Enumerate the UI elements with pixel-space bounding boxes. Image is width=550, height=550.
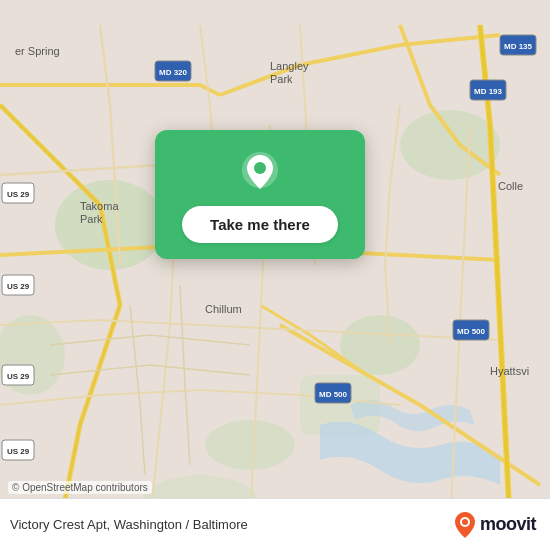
svg-text:MD 320: MD 320 <box>159 68 188 77</box>
popup-card: Take me there <box>155 130 365 259</box>
moovit-pin-icon <box>454 511 476 539</box>
svg-text:MD 500: MD 500 <box>457 327 486 336</box>
svg-text:Park: Park <box>80 213 103 225</box>
bottom-bar: Victory Crest Apt, Washington / Baltimor… <box>0 498 550 550</box>
svg-text:US 29: US 29 <box>7 372 30 381</box>
take-me-there-button[interactable]: Take me there <box>182 206 338 243</box>
svg-text:MD 135: MD 135 <box>504 42 533 51</box>
map-container: US 29 US 29 US 29 US 29 MD 320 MD 193 MD… <box>0 0 550 550</box>
moovit-brand-text: moovit <box>480 514 536 535</box>
location-pin-icon <box>236 148 284 196</box>
location-label: Victory Crest Apt, Washington / Baltimor… <box>10 517 248 532</box>
svg-point-35 <box>254 162 266 174</box>
svg-text:MD 193: MD 193 <box>474 87 503 96</box>
svg-point-3 <box>400 110 500 180</box>
moovit-logo: moovit <box>454 511 536 539</box>
osm-attribution: © OpenStreetMap contributors <box>8 481 152 494</box>
svg-text:Hyattsvi: Hyattsvi <box>490 365 529 377</box>
svg-point-5 <box>205 420 295 470</box>
svg-text:er Spring: er Spring <box>15 45 60 57</box>
svg-text:Langley: Langley <box>270 60 309 72</box>
svg-text:Chillum: Chillum <box>205 303 242 315</box>
svg-text:Park: Park <box>270 73 293 85</box>
svg-text:US 29: US 29 <box>7 190 30 199</box>
map-background: US 29 US 29 US 29 US 29 MD 320 MD 193 MD… <box>0 0 550 550</box>
svg-text:Colle: Colle <box>498 180 523 192</box>
svg-text:US 29: US 29 <box>7 282 30 291</box>
svg-point-37 <box>462 519 468 525</box>
svg-text:US 29: US 29 <box>7 447 30 456</box>
svg-text:MD 500: MD 500 <box>319 390 348 399</box>
svg-text:Takoma: Takoma <box>80 200 119 212</box>
